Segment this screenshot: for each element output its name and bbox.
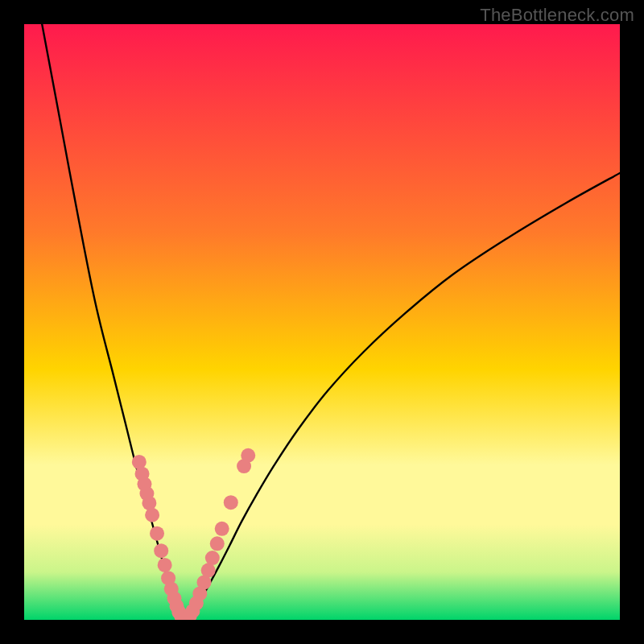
chart-svg	[24, 24, 620, 620]
marker-point	[150, 526, 164, 541]
marker-point	[145, 508, 159, 522]
marker-point	[210, 536, 225, 551]
marker-point	[205, 551, 220, 565]
marker-point	[215, 522, 229, 536]
chart-container: TheBottleneck.com	[0, 0, 644, 644]
gradient-background	[24, 24, 620, 620]
watermark-text: TheBottleneck.com	[480, 5, 634, 26]
marker-point	[158, 558, 172, 572]
marker-point	[241, 448, 255, 463]
marker-point	[154, 543, 168, 558]
marker-point	[201, 564, 216, 578]
plot-area	[24, 24, 620, 620]
marker-point	[224, 495, 238, 510]
